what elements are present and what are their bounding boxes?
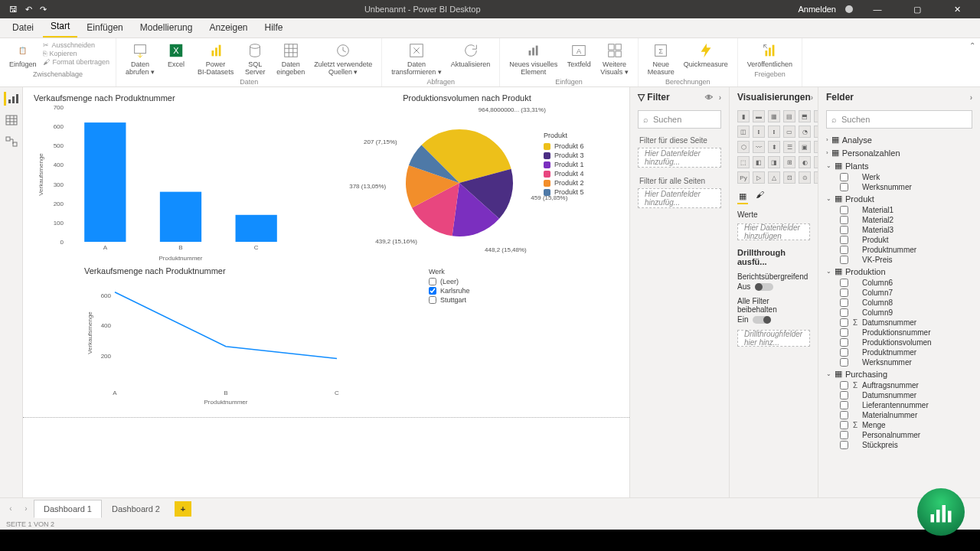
paste-button[interactable]: 📋Einfügen <box>6 40 40 70</box>
copy-button[interactable]: ⎘ Kopieren <box>43 50 110 57</box>
viz-icon-3[interactable]: ▤ <box>783 110 795 122</box>
field-Material3[interactable]: Material3 <box>822 225 977 235</box>
field-Column9[interactable]: Column9 <box>822 308 977 318</box>
format-tab-icon[interactable]: 🖌 <box>756 190 764 204</box>
line-chart[interactable]: 200400600ABCProduktnummerVerkaufsmenge <box>84 276 345 406</box>
field-Werksnummer[interactable]: Werksnummer <box>822 182 977 192</box>
undo-icon[interactable]: ↶ <box>25 5 32 15</box>
field-Werksnummer[interactable]: Werksnummer <box>822 357 977 367</box>
keep-filters-toggle[interactable] <box>753 316 771 324</box>
add-page-button[interactable]: + <box>175 501 191 517</box>
drillthrough-dropzone[interactable]: Drillthroughfelder hier hinz... <box>737 330 810 347</box>
new-measure-button[interactable]: ΣNeue Measure <box>645 40 678 77</box>
close-icon[interactable]: ✕ <box>942 5 972 15</box>
field-Datumsnummer[interactable]: Datumsnummer <box>822 390 977 400</box>
collapse-ribbon-icon[interactable]: ⌃ <box>969 41 975 50</box>
viz-icon-24[interactable]: Py <box>737 171 750 184</box>
values-dropzone[interactable]: Hier Datenfelder hinzufügen <box>737 223 810 240</box>
page-tab-1[interactable]: Dashboard 1 <box>34 500 102 518</box>
enter-data-button[interactable]: Daten eingeben <box>273 40 308 77</box>
viz-icon-27[interactable]: ⊡ <box>783 171 795 184</box>
viz-icon-21[interactable]: ⊞ <box>783 156 795 168</box>
table-Purchasing[interactable]: ⌄▦Purchasing <box>822 367 977 380</box>
model-view-icon[interactable] <box>4 135 19 148</box>
field-Menge[interactable]: ΣMenge <box>822 420 977 430</box>
field-Column6[interactable]: Column6 <box>822 278 977 288</box>
field-Werk[interactable]: Werk <box>822 172 977 182</box>
tab-file[interactable]: Datei <box>5 19 41 37</box>
maximize-icon[interactable]: ▢ <box>902 5 933 15</box>
viz-icon-2[interactable]: ▦ <box>768 110 780 122</box>
get-data-button[interactable]: Daten abrufen ▾ <box>122 40 158 77</box>
viz-icon-1[interactable]: ▬ <box>753 110 765 122</box>
filter-page-dropzone[interactable]: Hier Datenfelder hinzufüg... <box>638 148 721 168</box>
viz-icon-9[interactable]: ▭ <box>783 126 795 138</box>
tab-start[interactable]: Start <box>43 18 77 37</box>
field-Material1[interactable]: Material1 <box>822 205 977 215</box>
field-Produktionsvolumen[interactable]: Produktionsvolumen <box>822 337 977 347</box>
field-Datumsnummer[interactable]: ΣDatumsnummer <box>822 318 977 328</box>
viz-icon-25[interactable]: ▷ <box>753 171 765 184</box>
field-VK-Preis[interactable]: VK-Preis <box>822 255 977 265</box>
viz-icon-8[interactable]: ⫿ <box>768 126 780 138</box>
viz-icon-7[interactable]: ⫿ <box>753 126 765 138</box>
more-visuals-button[interactable]: Weitere Visuals ▾ <box>597 40 631 77</box>
fields-tab-icon[interactable]: ▦ <box>737 190 748 204</box>
cross-report-toggle[interactable] <box>755 283 773 291</box>
field-Produkt[interactable]: Produkt <box>822 235 977 245</box>
table-Analyse[interactable]: ›▦Analyse <box>822 133 977 146</box>
table-Produktion[interactable]: ⌄▦Produktion <box>822 265 977 278</box>
pbi-datasets-button[interactable]: Power BI-Datasets <box>194 40 237 77</box>
textbox-button[interactable]: ATextfeld <box>564 40 594 70</box>
report-view-icon[interactable] <box>4 92 19 106</box>
field-Column8[interactable]: Column8 <box>822 298 977 308</box>
redo-icon[interactable]: ↷ <box>40 5 47 15</box>
data-view-icon[interactable] <box>4 113 19 127</box>
field-Materialnummer[interactable]: Materialnummer <box>822 410 977 420</box>
field-Material2[interactable]: Material2 <box>822 215 977 225</box>
viz-icon-10[interactable]: ◔ <box>799 126 811 138</box>
viz-icon-14[interactable]: ⬍ <box>768 141 780 153</box>
field-Auftragsnummer[interactable]: ΣAuftragsnummer <box>822 380 977 390</box>
viz-icon-18[interactable]: ⬚ <box>737 156 750 168</box>
viz-icon-12[interactable]: ⬡ <box>737 141 750 153</box>
publish-button[interactable]: Veröffentlichen <box>744 40 795 70</box>
viz-icon-16[interactable]: ▣ <box>799 141 811 153</box>
minimize-icon[interactable]: — <box>862 5 893 14</box>
bar-chart[interactable]: 0100200300400500600700ABCProduktnummerVe… <box>34 103 302 263</box>
chevron-right-icon[interactable]: › <box>719 93 721 102</box>
viz-icon-4[interactable]: ⬒ <box>799 110 811 122</box>
recent-sources-button[interactable]: Zuletzt verwendete Quellen ▾ <box>311 40 375 77</box>
tab-view[interactable]: Anzeigen <box>201 19 255 37</box>
viz-icon-28[interactable]: ⊙ <box>799 171 811 184</box>
refresh-button[interactable]: Aktualisieren <box>448 40 494 70</box>
viz-icon-6[interactable]: ◫ <box>737 126 750 138</box>
page-tab-2[interactable]: Dashboard 2 <box>102 500 170 518</box>
field-Lieferantennummer[interactable]: Lieferantennummer <box>822 400 977 410</box>
report-canvas[interactable]: Verkaufsmenge nach Produktnummer 0100200… <box>23 87 629 497</box>
save-icon[interactable]: 🖫 <box>9 5 18 14</box>
format-painter-button[interactable]: 🖌 Format übertragen <box>43 58 110 66</box>
excel-button[interactable]: XExcel <box>161 40 191 70</box>
field-Produktnummer[interactable]: Produktnummer <box>822 347 977 357</box>
field-Produktnummer[interactable]: Produktnummer <box>822 245 977 255</box>
chevron-right-icon[interactable]: › <box>811 93 813 102</box>
help-badge-icon[interactable] <box>917 488 965 536</box>
eye-icon[interactable]: 👁 <box>705 93 713 102</box>
quick-measure-button[interactable]: Quickmeasure <box>681 40 731 70</box>
avatar-icon[interactable] <box>845 5 853 13</box>
field-Produktionsnummer[interactable]: Produktionsnummer <box>822 328 977 337</box>
field-Stückpreis[interactable]: Stückpreis <box>822 440 977 450</box>
field-Personalnummer[interactable]: Personalnummer <box>822 430 977 440</box>
viz-icon-22[interactable]: ◐ <box>799 156 811 168</box>
viz-icon-26[interactable]: △ <box>768 171 780 184</box>
viz-icon-19[interactable]: ◧ <box>753 156 765 168</box>
new-visual-button[interactable]: Neues visuelles Element <box>506 40 560 77</box>
table-Plants[interactable]: ⌄▦Plants <box>822 159 977 172</box>
filter-search[interactable]: ⌕Suchen <box>638 110 721 129</box>
cut-button[interactable]: ✂ Ausschneiden <box>43 41 110 49</box>
field-Column7[interactable]: Column7 <box>822 288 977 298</box>
tab-insert[interactable]: Einfügen <box>79 19 130 37</box>
viz-icon-15[interactable]: ☰ <box>783 141 795 153</box>
page-next-icon[interactable]: › <box>18 504 34 513</box>
